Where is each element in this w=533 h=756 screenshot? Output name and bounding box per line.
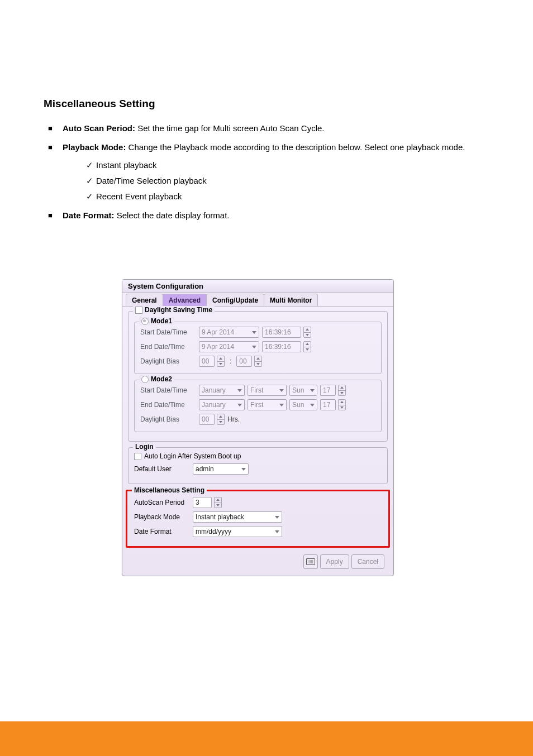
bias-separator: :: [227, 357, 234, 365]
playback-mode-dropdown[interactable]: Instant playback: [193, 511, 282, 523]
dst-mode2-group: Mode2 Start Date/Time January First Sun …: [134, 380, 382, 432]
chevron-down-icon: [237, 388, 242, 393]
dst-group-title: Daylight Saving Time: [145, 306, 212, 314]
bullet-dateformat: Date Format: Select the date display for…: [44, 209, 491, 222]
mode2-start-dow-dropdown[interactable]: Sun: [289, 385, 317, 396]
tab-multi-monitor[interactable]: Multi Monitor: [264, 294, 318, 306]
mode2-end-ord-dropdown[interactable]: First: [248, 399, 287, 410]
chevron-down-icon: [310, 388, 315, 393]
chevron-down-icon: [275, 529, 279, 534]
mode1-bias-hours-stepper[interactable]: [217, 356, 225, 367]
autoscan-label: AutoScan Period: [134, 499, 190, 506]
bullet-dateformat-desc: Select the date display format.: [117, 210, 230, 220]
mode1-end-time-stepper[interactable]: [303, 341, 311, 352]
autologin-checkbox[interactable]: [134, 453, 141, 460]
default-user-dropdown[interactable]: admin: [193, 463, 249, 475]
mode1-end-time-field[interactable]: 16:39:16: [262, 341, 301, 352]
playback-option: Date/Time Selection playback: [63, 175, 491, 187]
keyboard-icon: [306, 558, 315, 565]
mode2-end-hour-field[interactable]: 17: [320, 399, 336, 410]
misc-group: Miscellaneous Setting AutoScan Period 3 …: [127, 491, 388, 546]
mode2-start-label: Start Date/Time: [140, 386, 196, 394]
mode1-start-time-field[interactable]: 16:39:16: [262, 327, 301, 338]
dst-mode1-group: Mode1 Start Date/Time 9 Apr 2014 16:39:1…: [134, 322, 382, 374]
misc-group-title: Miscellaneous Setting: [132, 486, 207, 494]
mode2-bias-label: Daylight Bias: [140, 415, 196, 423]
bullet-autoscan: Auto Scan Period: Set the time gap for M…: [44, 122, 491, 135]
keyboard-button[interactable]: [303, 554, 318, 569]
apply-button[interactable]: Apply: [320, 554, 349, 569]
mode2-hrs-label: Hrs.: [227, 415, 240, 423]
chevron-down-icon: [279, 388, 284, 393]
mode2-bias-hours[interactable]: 00: [199, 414, 215, 425]
mode1-bias-mins[interactable]: 00: [236, 356, 252, 367]
mode2-start-month-dropdown[interactable]: January: [199, 385, 245, 396]
autoscan-period-stepper[interactable]: [214, 497, 222, 508]
mode1-radio[interactable]: [141, 318, 149, 325]
chevron-down-icon: [237, 403, 242, 407]
bullet-playback: Playback Mode: Change the Playback mode …: [44, 141, 491, 203]
autoscan-period-field[interactable]: 3: [193, 497, 212, 508]
mode1-start-label: Start Date/Time: [140, 328, 196, 336]
mode1-bias-label: Daylight Bias: [140, 357, 196, 365]
mode1-title: Mode1: [151, 317, 172, 325]
mode1-end-label: End Date/Time: [140, 343, 196, 351]
bullet-autoscan-label: Auto Scan Period:: [63, 123, 135, 133]
mode2-end-label: End Date/Time: [140, 401, 196, 409]
mode2-bias-hours-stepper[interactable]: [217, 414, 225, 425]
bullet-autoscan-desc: Set the time gap for Multi screen Auto S…: [137, 123, 324, 133]
chevron-down-icon: [275, 515, 279, 519]
mode2-start-hour-stepper[interactable]: [338, 385, 346, 396]
chevron-down-icon: [252, 344, 256, 349]
login-group-title: Login: [133, 443, 156, 451]
tab-advanced[interactable]: Advanced: [163, 294, 207, 306]
mode2-radio[interactable]: [141, 376, 149, 383]
mode2-end-month-dropdown[interactable]: January: [199, 399, 245, 410]
cancel-button[interactable]: Cancel: [351, 554, 384, 569]
tab-bar: General Advanced Config/Update Multi Mon…: [122, 294, 393, 307]
mode1-start-date-dropdown[interactable]: 9 Apr 2014: [199, 327, 259, 338]
misc-highlight-box: Miscellaneous Setting AutoScan Period 3 …: [126, 490, 390, 548]
default-user-label: Default User: [134, 465, 190, 473]
playback-mode-label: Playback Mode: [134, 513, 190, 521]
chevron-down-icon: [279, 403, 284, 407]
autologin-label: Auto Login After System Boot up: [144, 452, 241, 460]
footer-bar: [0, 721, 533, 756]
dst-group: Daylight Saving Time Mode1 Start Date/Ti…: [128, 311, 388, 442]
playback-option: Recent Event playback: [63, 190, 491, 203]
mode2-end-hour-stepper[interactable]: [338, 399, 346, 410]
tab-general[interactable]: General: [126, 294, 163, 306]
dst-enable-checkbox[interactable]: [135, 307, 142, 314]
chevron-down-icon: [241, 467, 246, 471]
dialog-title: System Configuration: [122, 280, 393, 293]
login-group: Login Auto Login After System Boot up De…: [128, 447, 388, 484]
mode2-start-hour-field[interactable]: 17: [320, 385, 336, 396]
section-title: Miscellaneous Setting: [44, 98, 491, 110]
chevron-down-icon: [252, 330, 256, 334]
mode1-bias-mins-stepper[interactable]: [254, 356, 262, 367]
bullet-dateformat-label: Date Format:: [63, 210, 115, 220]
date-format-label: Date Format: [134, 528, 190, 535]
mode2-end-dow-dropdown[interactable]: Sun: [289, 399, 317, 410]
system-configuration-dialog: System Configuration General Advanced Co…: [122, 279, 394, 576]
mode1-start-time-stepper[interactable]: [303, 327, 311, 338]
bullet-playback-desc: Change the Playback mode according to th…: [129, 142, 465, 152]
bullet-playback-label: Playback Mode:: [63, 142, 126, 152]
chevron-down-icon: [310, 403, 315, 407]
mode2-start-ord-dropdown[interactable]: First: [248, 385, 287, 396]
tab-config-update[interactable]: Config/Update: [206, 294, 264, 306]
date-format-dropdown[interactable]: mm/dd/yyyy: [193, 526, 282, 537]
playback-option: Instant playback: [63, 159, 491, 171]
mode2-title: Mode2: [151, 375, 172, 383]
mode1-end-date-dropdown[interactable]: 9 Apr 2014: [199, 341, 259, 352]
mode1-bias-hours[interactable]: 00: [199, 356, 215, 367]
